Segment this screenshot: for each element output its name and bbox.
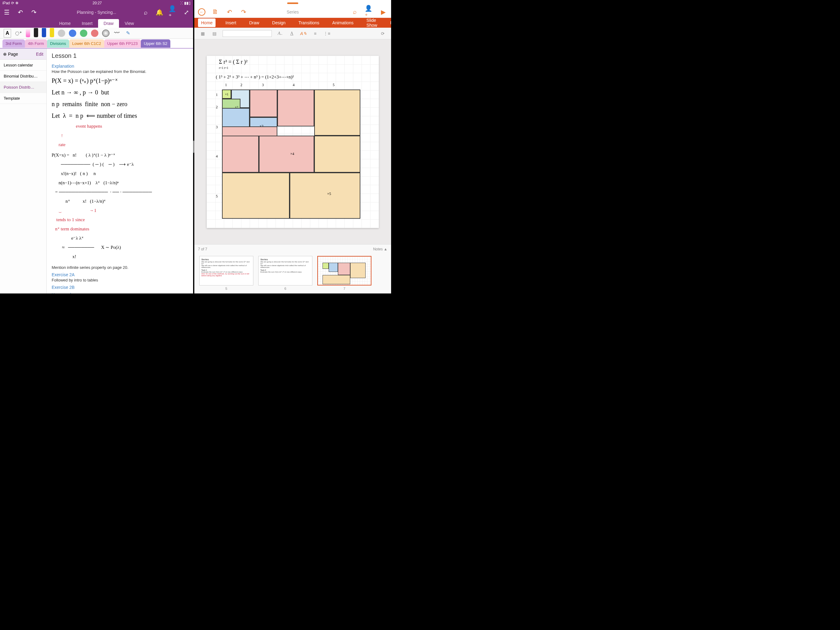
- pp-tab-animations[interactable]: Animations: [329, 19, 357, 27]
- ink-to-shape-icon[interactable]: 〰: [113, 29, 120, 38]
- notes-toggle[interactable]: Notes ▲: [373, 247, 387, 251]
- highlighter-yellow[interactable]: [50, 28, 54, 37]
- font-size-icon[interactable]: A..: [277, 30, 284, 37]
- explanation-text: How the Poisson can be explained from th…: [52, 69, 188, 74]
- exercise-2a-sub: Followed by intro to tables: [52, 278, 188, 282]
- battery-icon: ▮▮▯: [184, 1, 191, 5]
- font-color-icon[interactable]: A✎: [300, 30, 307, 37]
- status-time: 20:27: [0, 1, 194, 5]
- section-u6fp[interactable]: Upper 6th FP123: [104, 40, 141, 47]
- powerpoint-pane: ← 🗎 ↶ ↷ Series ⌕ 👤⁺ ▶ Home Insert Draw D…: [194, 0, 391, 293]
- section-u6s2[interactable]: Upper 6th S2: [141, 40, 171, 47]
- present-icon[interactable]: ▶: [379, 8, 387, 16]
- mention-text: Mention infinite series property on page…: [52, 265, 188, 270]
- undo-icon[interactable]: ↶: [16, 8, 25, 17]
- explanation-heading: Explanation: [52, 64, 188, 69]
- exercise-2a: Exercise 2A: [52, 272, 188, 277]
- thumb-5[interactable]: Series We are going to discover the form…: [199, 256, 253, 290]
- lasso-tool[interactable]: ◌⁺: [15, 29, 22, 38]
- font-style-icon[interactable]: A: [288, 30, 295, 37]
- share-icon[interactable]: 👤⁺: [365, 8, 373, 16]
- slide-canvas[interactable]: Σ r³ = ( Σ r )² r=1 r=1 ( 1³ + 2³ + 3³ +…: [207, 56, 379, 228]
- color-green[interactable]: [80, 30, 87, 37]
- tab-insert[interactable]: Insert: [76, 19, 98, 28]
- pp-tab-draw[interactable]: Draw: [246, 19, 262, 27]
- slide-editor[interactable]: Σ r³ = ( Σ r )² r=1 r=1 ( 1³ + 2³ + 3³ +…: [194, 40, 391, 244]
- color-red[interactable]: [91, 30, 98, 37]
- onenote-pane: iPad ⟳ ✻ 20:27 ⵘ▮▮▯ ☰ ↶ ↷ Planning - Syn…: [0, 0, 193, 293]
- page-poisson[interactable]: Poisson Distrib…: [0, 82, 46, 93]
- formula-2: ( 1³ + 2³ + 3³ + ⋯ + n³ ) = (1+2+3+⋯+n)²: [216, 74, 294, 80]
- pp-tab-transitions[interactable]: Transitions: [295, 19, 322, 27]
- slide-counter: 7 of 7: [198, 247, 207, 251]
- section-div[interactable]: Divisions: [47, 40, 69, 47]
- pp-tab-insert[interactable]: Insert: [222, 19, 239, 27]
- sync-icon: ⟳: [11, 1, 14, 5]
- page-lesson-calendar[interactable]: Lesson calendar: [0, 60, 46, 71]
- section-tabs: 3rd Form 4th Form Divisions Lower 6th C1…: [0, 39, 193, 49]
- pen-blue[interactable]: [42, 28, 46, 37]
- pp-tab-design[interactable]: Design: [269, 19, 289, 27]
- ink-to-math-icon[interactable]: ✎: [124, 29, 132, 38]
- tab-draw[interactable]: Draw: [98, 19, 119, 28]
- sq-1: ×1: [222, 90, 231, 99]
- pp-tab-home[interactable]: Home: [198, 19, 216, 27]
- layout-icon[interactable]: ▦: [199, 30, 206, 37]
- tab-home[interactable]: Home: [54, 19, 76, 28]
- page-list: ⊕ Page Edit Lesson calendar Binomial Dis…: [0, 49, 47, 293]
- section-4th[interactable]: 4th Form: [25, 40, 47, 47]
- pen-black[interactable]: [34, 28, 38, 37]
- more-icon[interactable]: ⟳: [379, 30, 386, 37]
- ios-status-bar: iPad ⟳ ✻ 20:27 ⵘ▮▮▯: [0, 0, 193, 6]
- handwriting-block-1: P(X = x) = (ⁿₓ) pˣ(1−p)ⁿ⁻ˣ Let n → ∞ , p…: [52, 76, 188, 148]
- page-title: Lesson 1: [52, 52, 188, 59]
- undo-icon[interactable]: ↶: [225, 8, 234, 16]
- formula-1: Σ r³ = ( Σ r )²: [219, 59, 248, 65]
- edit-pages-button[interactable]: Edit: [36, 52, 43, 57]
- color-wheel[interactable]: [102, 30, 109, 37]
- handwriting-block-2: P(X=x) = n! ( λ )ˣ(1 − λ )ⁿ⁻ˣ ───────── …: [52, 151, 188, 260]
- pp-home-ribbon: ▦ ▤ A.. A A✎ ≡ ⋮≡ ⟳: [194, 28, 391, 40]
- menu-icon[interactable]: ☰: [2, 8, 11, 17]
- bullets-icon[interactable]: ≡: [312, 30, 319, 37]
- color-grey[interactable]: [58, 30, 65, 37]
- share-icon[interactable]: 👤⁺: [169, 8, 177, 17]
- pp-footer: 7 of 7 Notes ▲: [194, 244, 391, 253]
- section-l6[interactable]: Lower 6th C1C2: [69, 40, 104, 47]
- page-template[interactable]: Template: [0, 93, 46, 104]
- note-canvas[interactable]: Lesson 1 Explanation How the Poisson can…: [47, 49, 193, 293]
- add-page-button[interactable]: ⊕ Page: [3, 52, 18, 57]
- homework-heading: Homework: [52, 292, 188, 293]
- pp-drag-handle[interactable]: [194, 0, 391, 6]
- back-icon[interactable]: ←: [198, 8, 205, 16]
- tab-view[interactable]: View: [119, 19, 139, 28]
- bell-icon[interactable]: 🔔: [155, 8, 164, 17]
- device-label: iPad: [2, 1, 10, 5]
- color-blue[interactable]: [69, 30, 76, 37]
- section-3rd[interactable]: 3rd Form: [2, 40, 25, 47]
- exercise-2b: Exercise 2B: [52, 285, 188, 290]
- redo-icon[interactable]: ↷: [239, 8, 248, 16]
- thumb-7[interactable]: 7: [317, 256, 371, 290]
- search-icon[interactable]: ⌕: [141, 8, 150, 17]
- draw-toolbar: A ◌⁺ 〰 ✎: [0, 28, 193, 39]
- numbering-icon[interactable]: ⋮≡: [324, 30, 330, 37]
- pp-tab-review[interactable]: Review: [387, 19, 391, 27]
- onenote-header: ☰ ↶ ↷ Planning - Syncing... ⌕ 🔔 👤⁺ ⤢ Hom…: [0, 6, 193, 28]
- bluetooth-icon: ⵘ: [180, 1, 183, 5]
- text-tool[interactable]: A: [4, 29, 11, 38]
- layout2-icon[interactable]: ▤: [211, 30, 218, 37]
- font-selector[interactable]: [223, 30, 272, 37]
- thumb-6[interactable]: Series We are going to discover the form…: [258, 256, 313, 290]
- onenote-ribbon-tabs: Home Insert Draw View: [0, 19, 193, 28]
- eraser-tool[interactable]: [26, 28, 30, 37]
- pp-ribbon-tabs: Home Insert Draw Design Transitions Anim…: [194, 18, 391, 28]
- page-binomial[interactable]: Binomial Distribu…: [0, 71, 46, 82]
- redo-icon[interactable]: ↷: [30, 8, 38, 17]
- fullscreen-icon[interactable]: ⤢: [182, 8, 191, 17]
- slide-thumbnails: Series We are going to discover the form…: [194, 253, 391, 293]
- file-icon[interactable]: 🗎: [211, 8, 219, 16]
- search-icon[interactable]: ⌕: [351, 8, 359, 16]
